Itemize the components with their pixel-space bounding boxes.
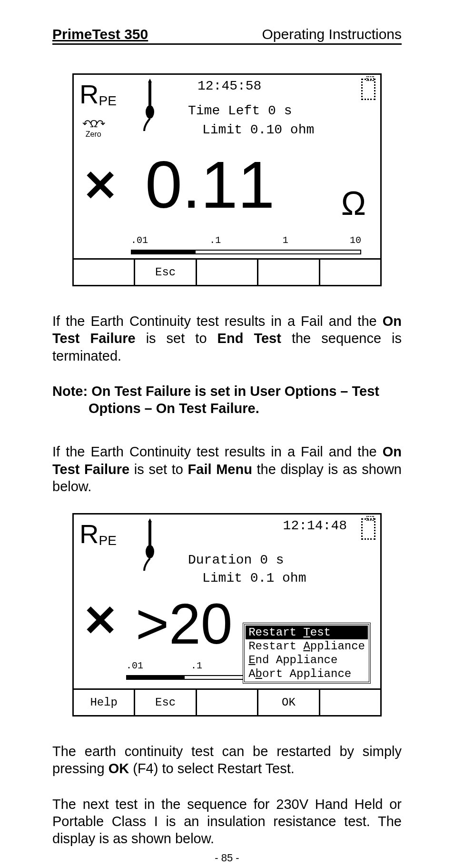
softkey-esc[interactable]: Esc xyxy=(135,690,197,715)
fail-x-icon: ✕ xyxy=(82,161,118,211)
page-header: PrimeTest 350 Operating Instructions xyxy=(52,26,402,45)
fail-menu-popup: Restart Test Restart Appliance End Appli… xyxy=(243,623,371,684)
lcd1-timeleft: Time Left 0 s xyxy=(188,103,292,118)
scale-label: .1 xyxy=(209,235,221,246)
softkey-f3[interactable] xyxy=(197,690,258,715)
rpe-sub: PE xyxy=(99,533,116,548)
lcd1-scale-labels: .01 .1 1 10 xyxy=(131,235,361,246)
text: If the Earth Continuity test results in … xyxy=(52,444,383,459)
zero-icon: ↶Ω↷ Zero xyxy=(82,118,104,139)
note-paragraph: Note: On Test Failure is set in User Opt… xyxy=(52,383,402,417)
softkey-f1[interactable] xyxy=(74,260,135,285)
scale-label: 10 xyxy=(350,235,361,246)
menu-restart-test[interactable]: Restart Test xyxy=(246,626,368,639)
lcd2-limit: Limit 0.1 ohm xyxy=(202,571,306,585)
svg-rect-0 xyxy=(148,82,151,109)
paragraph-3: The earth continuity test can be restart… xyxy=(52,743,402,777)
lcd1-reading-row: ✕ 0.11 Ω xyxy=(74,156,380,237)
lcd2-softkeys: Help Esc OK xyxy=(74,688,380,715)
paragraph-4: The next test in the sequence for 230V H… xyxy=(52,796,402,848)
fail-x-icon: ✕ xyxy=(82,595,118,646)
lcd1-top: RPE ↶Ω↷ Zero 12:45:58 Time Left 0 s Limi… xyxy=(74,75,380,156)
softkey-f3[interactable] xyxy=(197,260,258,285)
bold-text: Fail Menu xyxy=(188,462,252,477)
lcd1-limit: Limit 0.10 ohm xyxy=(202,122,314,137)
lcd2-mid: ✕ >20 .01 .1 Restart Test Restart Applia… xyxy=(74,595,380,688)
svg-point-3 xyxy=(146,545,154,558)
rpe-r: R xyxy=(79,79,99,109)
note-line2: Options – On Test Failure xyxy=(89,401,256,416)
probe-icon xyxy=(140,78,159,135)
header-product: PrimeTest 350 xyxy=(52,26,148,42)
menu-abort-appliance[interactable]: Abort Appliance xyxy=(246,667,368,681)
rpe-symbol: RPE xyxy=(79,518,117,549)
text: is set to xyxy=(129,462,188,477)
softkey-help[interactable]: Help xyxy=(74,690,135,715)
lcd2-top: RPE 12:14:48 Duration 0 s Limit 0.1 ohm xyxy=(74,515,380,595)
paragraph-1: If the Earth Continuity test results in … xyxy=(52,313,402,364)
scale-label: .01 xyxy=(126,660,143,671)
text: is set to xyxy=(136,331,217,346)
softkey-f5[interactable] xyxy=(320,690,380,715)
lcd2-reading: >20 xyxy=(136,591,233,656)
battery-icon xyxy=(361,79,375,100)
paragraph-2: If the Earth Continuity test results in … xyxy=(52,443,402,495)
svg-point-1 xyxy=(146,105,154,119)
lcd1-time: 12:45:58 xyxy=(197,79,261,93)
scale-fill xyxy=(126,675,185,680)
text: If the Earth Continuity test results in … xyxy=(52,313,383,329)
lcd2-time: 12:14:48 xyxy=(283,518,347,533)
probe-icon xyxy=(140,517,159,575)
note-line1: Note: On Test Failure is set in User Opt… xyxy=(52,384,379,399)
rpe-symbol: RPE xyxy=(79,79,117,110)
softkey-ok[interactable]: OK xyxy=(258,690,320,715)
lcd1-reading: 0.11 xyxy=(145,146,275,223)
zero-arc: ↶Ω↷ xyxy=(82,118,104,130)
battery-icon xyxy=(361,518,375,540)
zero-label: Zero xyxy=(82,130,104,139)
page: PrimeTest 350 Operating Instructions RPE… xyxy=(0,0,454,868)
lcd1-scale: .01 .1 1 10 xyxy=(131,237,361,258)
page-number: - 85 - xyxy=(52,852,402,864)
softkey-f5[interactable] xyxy=(320,260,380,285)
bold-text: End Test xyxy=(217,331,281,346)
bold-text: OK xyxy=(109,761,129,776)
lcd-screen-1: RPE ↶Ω↷ Zero 12:45:58 Time Left 0 s Limi… xyxy=(72,73,382,286)
lcd1-softkeys: Esc xyxy=(74,258,380,285)
lcd2-duration: Duration 0 s xyxy=(188,553,284,567)
scale-label: .1 xyxy=(191,660,202,671)
ohm-icon: Ω xyxy=(341,184,366,222)
scale-label: .01 xyxy=(131,235,148,246)
menu-restart-appliance[interactable]: Restart Appliance xyxy=(246,639,368,653)
softkey-f2[interactable]: Esc xyxy=(135,260,197,285)
lcd2-scale: .01 .1 xyxy=(126,662,257,684)
rpe-sub: PE xyxy=(99,93,116,108)
text: (F4) to select Restart Test. xyxy=(129,761,295,776)
scale-fill xyxy=(131,250,196,254)
softkey-f4[interactable] xyxy=(258,260,320,285)
rpe-r: R xyxy=(79,519,99,549)
header-section: Operating Instructions xyxy=(262,26,402,42)
scale-label: 1 xyxy=(283,235,288,246)
lcd-screen-2: RPE 12:14:48 Duration 0 s Limit 0.1 ohm … xyxy=(72,513,382,717)
menu-end-appliance[interactable]: End Appliance xyxy=(246,653,368,667)
lcd2-scale-labels: .01 .1 xyxy=(126,660,257,671)
svg-rect-2 xyxy=(148,522,151,548)
